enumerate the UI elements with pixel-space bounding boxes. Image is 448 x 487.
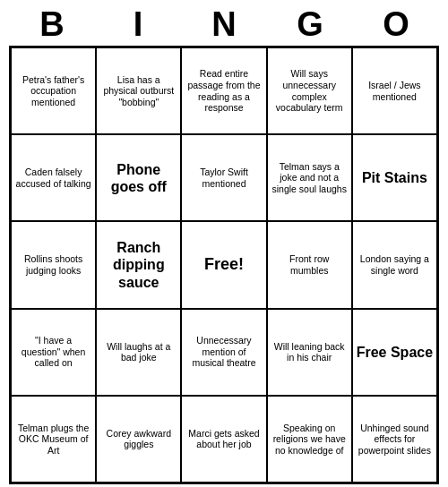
bingo-cell-18: Will leaning back in his chair <box>267 309 352 396</box>
bingo-cell-7: Taylor Swift mentioned <box>181 134 266 221</box>
bingo-letter-i: I <box>99 5 177 44</box>
bingo-grid: Petra's father's occupation mentionedLis… <box>9 46 439 484</box>
bingo-cell-11: Ranch dipping sauce <box>96 221 181 308</box>
bingo-cell-10: Rollins shoots judging looks <box>11 221 96 308</box>
bingo-cell-14: London saying a single word <box>352 221 437 308</box>
bingo-cell-22: Marci gets asked about her job <box>181 396 266 483</box>
bingo-cell-5: Caden falsely accused of talking <box>11 134 96 221</box>
bingo-letter-n: N <box>185 5 263 44</box>
bingo-cell-16: Will laughs at a bad joke <box>96 309 181 396</box>
bingo-cell-4: Israel / Jews mentioned <box>352 47 437 134</box>
bingo-title-row: BINGO <box>9 0 439 46</box>
bingo-cell-2: Read entire passage from the reading as … <box>181 47 266 134</box>
bingo-cell-15: "I have a question" when called on <box>11 309 96 396</box>
bingo-cell-8: Telman says a joke and not a single soul… <box>267 134 352 221</box>
bingo-letter-g: G <box>271 5 349 44</box>
bingo-letter-o: O <box>357 5 435 44</box>
bingo-cell-0: Petra's father's occupation mentioned <box>11 47 96 134</box>
bingo-cell-23: Speaking on religions we have no knowled… <box>267 396 352 483</box>
bingo-cell-6: Phone goes off <box>96 134 181 221</box>
bingo-cell-21: Corey awkward giggles <box>96 396 181 483</box>
bingo-cell-12: Free! <box>181 221 266 308</box>
bingo-cell-9: Pit Stains <box>352 134 437 221</box>
bingo-cell-24: Unhinged sound effects for powerpoint sl… <box>352 396 437 483</box>
bingo-letter-b: B <box>13 5 91 44</box>
bingo-cell-3: Will says unnecessary complex vocabulary… <box>267 47 352 134</box>
bingo-cell-13: Front row mumbles <box>267 221 352 308</box>
bingo-cell-20: Telman plugs the OKC Museum of Art <box>11 396 96 483</box>
bingo-cell-17: Unnecessary mention of musical theatre <box>181 309 266 396</box>
bingo-cell-1: Lisa has a physical outburst "bobbing" <box>96 47 181 134</box>
bingo-cell-19: Free Space <box>352 309 437 396</box>
